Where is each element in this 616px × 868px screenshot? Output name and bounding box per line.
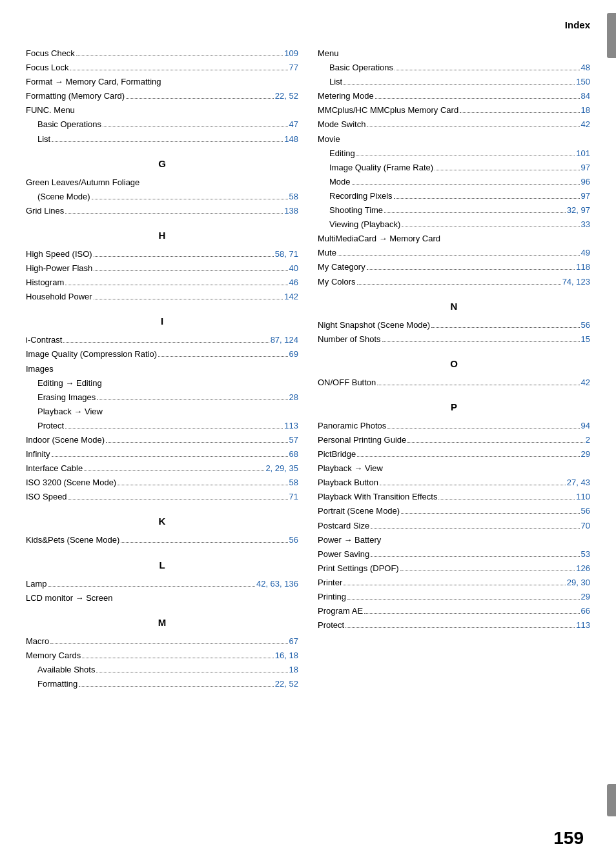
entry-label: Memory Cards [26,649,81,663]
entry-dots [48,586,255,587]
entry-page: 97 [581,189,590,203]
entry-label: Menu [318,48,339,58]
index-entry: Printer29, 30 [318,576,590,590]
entry-label: Playback → View [26,407,103,416]
entry-label: Recording Pixels [318,189,393,203]
entry-page: 53 [581,547,590,561]
entry-page: 29 [581,447,590,461]
index-entry: (Scene Mode)58 [26,190,298,204]
entry-label: Power Saving [318,547,369,561]
index-entry: Print Settings (DPOF)126 [318,561,590,576]
entry-dots [338,255,580,256]
section-header-k: K [26,516,298,527]
entry-label: Basic Operations [26,117,101,132]
entry-dots [344,84,575,85]
index-entry: Basic Operations47 [26,117,298,132]
index-entry: Editing101 [318,146,590,161]
entry-label: Mode [318,175,351,189]
entry-label: Postcard Size [318,519,369,533]
entry-page: 18 [289,663,298,677]
index-entry: Menu [318,46,590,61]
section-header-h: H [26,230,298,241]
index-entry: ISO 3200 (Scene Mode)58 [26,476,298,490]
index-entry: My Colors74, 123 [318,275,590,289]
entry-dots [435,170,579,170]
entry-page: 22, 52 [275,677,298,691]
entry-page: 70 [581,519,590,533]
entry-dots [460,112,579,113]
index-entry: Macro67 [26,634,298,649]
entry-label: My Colors [318,275,356,289]
entry-dots [384,212,566,213]
entry-label: Program AE [318,604,363,618]
entry-label: Power → Battery [318,535,381,545]
index-entry: Basic Operations48 [318,61,590,75]
entry-label: Formatting [26,677,77,691]
entry-dots [94,299,283,299]
index-entry: PictBridge29 [318,447,590,461]
entry-page: 77 [289,61,298,75]
entry-page: 49 [581,246,590,260]
entry-dots [94,256,274,257]
entry-dots [371,556,579,557]
entry-label: MultiMediaCard → Memory Card [318,234,440,243]
entry-page: 56 [581,504,590,518]
index-entry: Playback Button27, 43 [318,476,590,490]
entry-label: Image Quality (Compression Ratio) [26,347,157,361]
entry-page: 58 [289,476,298,490]
entry-label: Print Settings (DPOF) [318,561,399,576]
entry-page: 16, 18 [275,649,298,663]
index-entry: Mode Switch42 [318,117,590,132]
entry-label: Editing → Editing [26,378,102,388]
entry-label: Playback Button [318,476,378,490]
index-entry: Playback → View [26,405,298,419]
entry-dots [347,599,579,600]
index-entry: Postcard Size70 [318,519,590,533]
index-entry: High Speed (ISO)58, 71 [26,247,298,261]
entry-page: 68 [289,447,298,461]
entry-dots [65,285,287,285]
entry-page: 67 [289,634,298,649]
entry-label: (Scene Mode) [26,190,90,204]
entry-page: 74, 123 [562,275,590,289]
index-entry: High-Power Flash40 [26,261,298,276]
entry-label: Movie [318,134,340,144]
entry-page: 138 [284,204,298,218]
entry-page: 56 [581,318,590,332]
index-entry: MultiMediaCard → Memory Card [318,232,590,246]
entry-dots [82,658,274,658]
entry-dots [367,126,579,127]
entry-label: Playback With Transition Effects [318,490,437,504]
entry-dots [401,513,579,514]
index-entry: Images [26,362,298,376]
entry-label: My Category [318,260,365,274]
entry-dots [356,156,575,156]
entry-label: Playback → View [318,463,383,473]
entry-label: Available Shots [26,663,95,677]
entry-page: 148 [284,132,298,146]
index-entry: Night Snapshot (Scene Mode)56 [318,318,590,332]
entry-dots [387,428,579,429]
index-entry: MMCplus/HC MMCplus Memory Card18 [318,103,590,117]
index-entry: Grid Lines138 [26,204,298,218]
entry-page: 32, 97 [567,203,590,217]
index-entry: Focus Lock77 [26,61,298,75]
entry-label: ISO Speed [26,490,67,504]
entry-label: Image Quality (Frame Rate) [318,161,433,175]
entry-label: Format → Memory Card, Formatting [26,77,161,86]
entry-page: 40 [289,261,298,276]
index-entry: Protect113 [26,419,298,433]
entry-page: 96 [581,175,590,189]
entry-dots [76,56,283,56]
entry-page: 15 [581,332,590,347]
entry-label: i-Contrast [26,333,62,347]
index-entry: Lamp42, 63, 136 [26,577,298,591]
entry-dots [65,213,283,214]
entry-dots [382,341,580,342]
entry-dots [97,399,287,400]
index-entry: Movie [318,132,590,146]
entry-page: 46 [289,276,298,290]
index-entry: Metering Mode84 [318,89,590,103]
entry-page: 69 [289,347,298,361]
index-entry: Interface Cable2, 29, 35 [26,461,298,476]
